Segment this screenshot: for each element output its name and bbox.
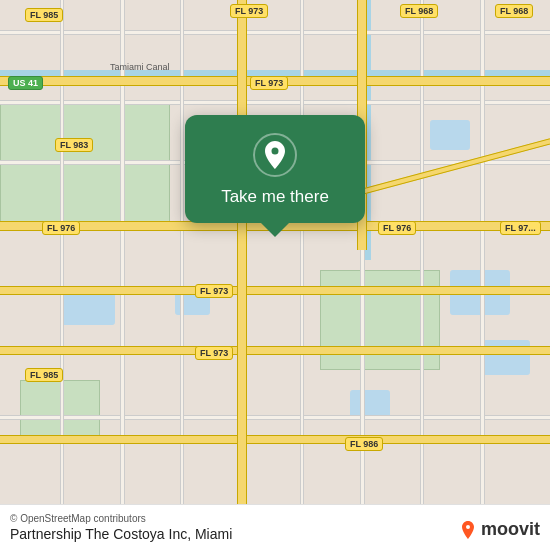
label-fl986: FL 986 [345,437,383,451]
road-h-2 [0,100,550,105]
location-pin-icon [253,133,297,177]
attribution-copy: © OpenStreetMap contributors [10,513,146,524]
label-fl976-left: FL 976 [42,221,80,235]
road-h-7 [0,415,550,420]
label-fl968-1: FL 968 [400,4,438,18]
highway-h-fl973 [0,286,550,295]
label-fl968-2: FL 968 [495,4,533,18]
label-fl973-lower: FL 973 [195,284,233,298]
label-fl973-mid: FL 973 [250,76,288,90]
highway-h-fl973b [0,346,550,355]
label-tamiami: Tamiami Canal [110,62,170,72]
label-fl985-top: FL 985 [25,8,63,22]
label-fl976-right: FL 976 [378,221,416,235]
green-area [0,100,170,230]
moovit-text: moovit [481,519,540,540]
highway-h-fl986 [0,435,550,444]
water-body-6 [430,120,470,150]
popup-card: Take me there [185,115,365,223]
label-us41: US 41 [8,76,43,90]
moovit-logo: moovit [458,519,540,540]
bottom-bar: © OpenStreetMap contributors Partnership… [0,504,550,550]
road-h-1 [0,30,550,35]
take-me-there-button[interactable]: Take me there [221,187,329,207]
label-fl976-far: FL 97... [500,221,541,235]
water-body-1 [60,290,115,325]
label-fl983: FL 983 [55,138,93,152]
label-fl973-top: FL 973 [230,4,268,18]
map-container: FL 985 FL 973 FL 968 FL 968 US 41 FL 973… [0,0,550,550]
label-fl985-bot: FL 985 [25,368,63,382]
highway-v-fl973 [237,0,247,550]
label-fl973-bot: FL 973 [195,346,233,360]
moovit-pin-icon [458,520,478,540]
